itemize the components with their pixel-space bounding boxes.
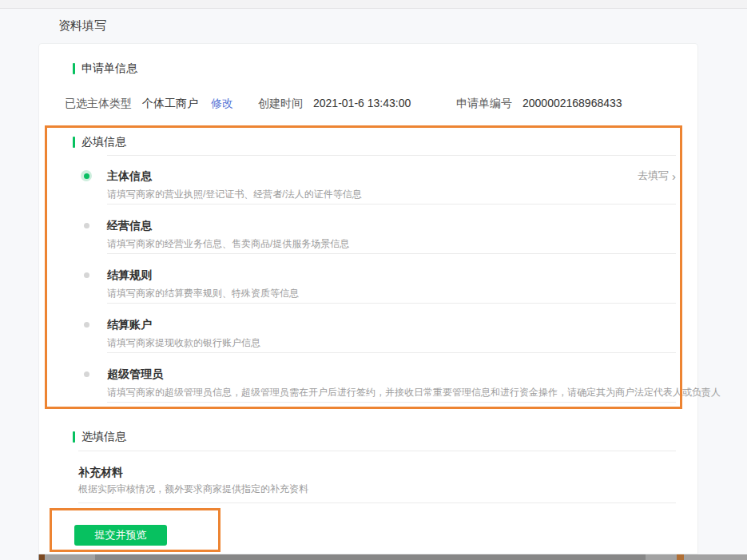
item-description: 请填写商家的营业执照/登记证书、经营者/法人的证件等信息 <box>107 186 676 202</box>
item-description: 请填写商家的经营业务信息、售卖商品/提供服务场景信息 <box>107 236 676 252</box>
item-title: 经营信息 <box>107 217 676 233</box>
item-description: 请填写商家提现收款的银行账户信息 <box>107 335 676 351</box>
required-item-settlement-account[interactable]: 结算账户 请填写商家提现收款的银行账户信息 <box>39 304 697 353</box>
section-accent-bar-icon <box>73 63 75 74</box>
created-time-group: 创建时间 2021-01-6 13:43:00 <box>258 95 411 111</box>
optional-items-block: 补充材料 根据实际审核情况，额外要求商家提供指定的补充资料 <box>39 451 697 503</box>
radio-unselected-icon[interactable] <box>84 322 89 328</box>
go-fill-label: 去填写 <box>638 169 669 183</box>
go-fill-link[interactable]: 去填写 › <box>638 169 676 183</box>
optional-item-description: 根据实际审核情况，额外要求商家提供指定的补充资料 <box>78 481 697 497</box>
subject-type-label: 已选主体类型 <box>65 95 132 111</box>
radio-dot <box>84 173 89 179</box>
application-no-group: 申请单编号 2000002168968433 <box>456 95 622 111</box>
section-title: 申请单信息 <box>81 62 137 76</box>
application-no-label: 申请单编号 <box>456 95 512 111</box>
modify-link[interactable]: 修改 <box>211 95 233 111</box>
item-title: 超级管理员 <box>107 366 676 382</box>
item-title: 结算账户 <box>107 316 676 332</box>
item-title: 结算规则 <box>107 267 676 283</box>
item-description: 请填写商家的结算费率规则、特殊资质等信息 <box>107 285 676 301</box>
section-accent-bar-icon <box>73 431 75 443</box>
radio-selected-icon[interactable] <box>81 170 92 181</box>
required-item-business-info[interactable]: 经营信息 请填写商家的经营业务信息、售卖商品/提供服务场景信息 <box>39 205 697 254</box>
edge-artifact-left <box>39 554 45 560</box>
application-info-row: 已选主体类型 个体工商户 修改 创建时间 2021-01-6 13:43:00 … <box>39 95 697 111</box>
created-time-label: 创建时间 <box>258 95 303 111</box>
subject-type-value: 个体工商户 <box>142 95 198 111</box>
divider <box>78 451 676 451</box>
created-time-value: 2021-01-6 13:43:00 <box>313 95 411 111</box>
radio-unselected-icon[interactable] <box>84 371 89 377</box>
form-card: 申请单信息 已选主体类型 个体工商户 修改 创建时间 2021-01-6 13:… <box>38 43 698 554</box>
top-edge-band <box>0 0 747 9</box>
required-item-subject-info[interactable]: 主体信息 请填写商家的营业执照/登记证书、经营者/法人的证件等信息 去填写 › <box>39 155 697 205</box>
section-title: 必填信息 <box>81 135 126 149</box>
radio-unselected-icon[interactable] <box>84 272 89 278</box>
item-description: 请填写商家的超级管理员信息，超级管理员需在开户后进行签约，并接收日常重要管理信息… <box>107 384 676 400</box>
horizontal-scrollbar[interactable] <box>38 554 747 560</box>
section-header-optional-info: 选填信息 <box>73 429 697 445</box>
required-item-super-admin[interactable]: 超级管理员 请填写商家的超级管理员信息，超级管理员需在开户后进行签约，并接收日常… <box>39 353 697 403</box>
subject-type-group: 已选主体类型 个体工商户 修改 <box>65 95 233 111</box>
section-accent-bar-icon <box>73 137 75 148</box>
section-header-application-info: 申请单信息 <box>73 61 697 77</box>
optional-item-title: 补充材料 <box>78 464 697 480</box>
item-title: 主体信息 <box>107 168 676 184</box>
required-items-list: 主体信息 请填写商家的营业执照/登记证书、经营者/法人的证件等信息 去填写 › … <box>39 155 697 403</box>
scrollbar-thumb[interactable] <box>95 554 646 560</box>
section-header-required-info: 必填信息 <box>73 134 697 150</box>
page-title: 资料填写 <box>58 18 106 34</box>
required-item-settlement-rules[interactable]: 结算规则 请填写商家的结算费率规则、特殊资质等信息 <box>39 254 697 304</box>
chevron-right-icon: › <box>672 171 676 181</box>
submit-preview-button[interactable]: 提交并预览 <box>74 525 167 546</box>
section-title: 选填信息 <box>81 430 126 444</box>
radio-unselected-icon[interactable] <box>84 223 89 228</box>
edge-artifact-right <box>677 554 684 560</box>
application-no-value: 2000002168968433 <box>523 95 622 111</box>
divider <box>78 502 676 503</box>
